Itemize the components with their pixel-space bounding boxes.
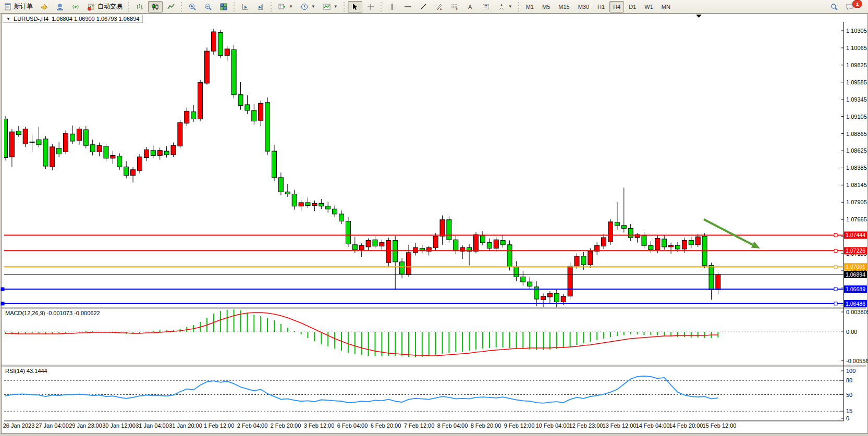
hline-handle[interactable] <box>1 302 4 305</box>
timeframe-h1[interactable]: H1 <box>594 1 608 13</box>
period-button[interactable]: ▼ <box>297 1 319 13</box>
time-tick-label: 15 Feb 12:00 <box>703 422 737 429</box>
candles-chart-button[interactable] <box>148 1 163 13</box>
candle <box>164 151 169 155</box>
candle <box>649 245 653 250</box>
trendline-button[interactable] <box>416 1 431 13</box>
toolbar-separator <box>380 2 383 12</box>
hline-handle[interactable] <box>834 288 837 291</box>
timeframe-mn[interactable]: MN <box>658 1 674 13</box>
candle <box>259 103 263 120</box>
new-chart-button[interactable]: ▼ <box>275 1 296 13</box>
time-tick-label: 12 Feb 23:00 <box>569 422 603 429</box>
chart-menu-triangle[interactable] <box>696 15 702 18</box>
autotrade-label: 自动交易 <box>97 2 123 11</box>
auto-scroll-button[interactable] <box>238 1 252 13</box>
timeframe-d1[interactable]: D1 <box>625 1 640 13</box>
chart-canvas[interactable]: 1.103051.100651.098251.095851.093451.091… <box>0 0 868 436</box>
timeframe-w1[interactable]: W1 <box>641 1 657 13</box>
candle <box>231 49 236 94</box>
horizontal-line-button[interactable] <box>400 1 415 13</box>
text-label-icon: T <box>482 3 490 11</box>
gold-icon-button[interactable] <box>37 1 52 13</box>
candle <box>83 130 88 145</box>
channel-button[interactable]: E <box>432 1 446 13</box>
zoom-in-icon <box>188 3 197 11</box>
text-button[interactable]: A <box>463 1 478 13</box>
annotation-arrow-head[interactable] <box>751 242 760 248</box>
time-tick-label: 14 Feb 04:00 <box>636 422 670 429</box>
chart-title-collapse-icon: ▼ <box>6 17 10 21</box>
annotation-arrow[interactable] <box>704 219 753 245</box>
candle <box>211 32 216 51</box>
toolbar-separator <box>517 2 521 12</box>
candle <box>144 150 149 157</box>
timeframe-h4[interactable]: H4 <box>609 1 624 13</box>
hline-handle[interactable] <box>834 233 837 236</box>
hline-handle[interactable] <box>1 288 4 291</box>
new-order-button[interactable]: 新订单 <box>1 1 36 13</box>
crosshair-button[interactable] <box>363 1 378 13</box>
signal-icon-button[interactable] <box>68 1 83 13</box>
tile-windows-button[interactable] <box>216 1 231 13</box>
candle <box>43 139 48 166</box>
bars-chart-button[interactable] <box>132 1 147 13</box>
signal-icon <box>71 3 80 11</box>
candle <box>252 110 256 121</box>
autotrade-icon <box>87 3 95 11</box>
timeframe-m15[interactable]: M15 <box>555 1 573 13</box>
zoom-out-button[interactable] <box>201 1 215 13</box>
svg-text:F: F <box>456 8 458 11</box>
timeframe-m5[interactable]: M5 <box>539 1 554 13</box>
time-tick-label: 6 Feb 20:00 <box>371 422 401 429</box>
candle <box>124 167 129 175</box>
autotrade-button[interactable]: 自动交易 <box>84 1 126 13</box>
hline-handle[interactable] <box>834 302 837 305</box>
candle <box>386 241 391 263</box>
timeframe-m1[interactable]: M1 <box>522 1 537 13</box>
rsi-tick-label: 100 <box>846 368 855 374</box>
candle <box>205 51 210 83</box>
hline-handle[interactable] <box>834 265 837 268</box>
timeframe-m30[interactable]: M30 <box>574 1 593 13</box>
candle <box>191 112 196 119</box>
time-tick-label: 7 Feb 12:00 <box>404 422 435 429</box>
label-button[interactable]: T <box>479 1 493 13</box>
candle <box>602 238 606 246</box>
search-icon <box>830 3 838 11</box>
profile-icon-button[interactable] <box>53 1 67 13</box>
candle <box>90 145 95 152</box>
time-tick-label: 1 Feb 12:00 <box>204 422 235 429</box>
time-tick-label: 14 Feb 20:00 <box>669 422 703 429</box>
candle <box>326 206 331 209</box>
candle <box>352 245 357 250</box>
vertical-line-button[interactable] <box>385 1 399 13</box>
macd-indicator-label: MACD(12,26,9) -0.001073 -0.000622 <box>5 310 100 316</box>
chevron-down-icon: ▼ <box>311 4 315 9</box>
chart-title-box[interactable]: ▼ EURUSD-,H4 1.06804 1.06900 1.06793 1.0… <box>3 15 143 23</box>
macd-values: -0.001073 -0.000622 <box>46 310 100 316</box>
hline-handle[interactable] <box>834 249 837 252</box>
chart-shift-button[interactable] <box>253 1 268 13</box>
time-scale: 26 Jan 202327 Jan 04:0029 Jan 23:0030 Ja… <box>3 422 737 429</box>
bars-chart-icon <box>136 3 144 11</box>
line-chart-button[interactable] <box>164 1 178 13</box>
candle <box>709 266 714 290</box>
candle <box>373 240 377 246</box>
candle <box>131 170 136 176</box>
search-button[interactable] <box>827 1 841 13</box>
chat-button[interactable]: 1 <box>842 1 865 13</box>
indicators-button[interactable]: ▼ <box>320 1 341 13</box>
rsi-value: 43.1444 <box>27 368 47 374</box>
toolbar-separator <box>127 2 131 12</box>
hline-price-label-text: 1.07226 <box>846 247 865 254</box>
arrows-button[interactable]: ▼ <box>494 1 516 13</box>
chart-title-ohlc: 1.06804 1.06900 1.06793 1.06894 <box>52 16 139 22</box>
clock-icon <box>300 3 309 11</box>
time-tick-label: 8 Feb 20:00 <box>471 422 502 429</box>
cursor-button[interactable] <box>348 1 362 13</box>
fibonacci-button[interactable]: F <box>447 1 462 13</box>
zoom-in-button[interactable] <box>185 1 200 13</box>
indicators-icon <box>323 3 331 11</box>
candle <box>494 240 498 248</box>
